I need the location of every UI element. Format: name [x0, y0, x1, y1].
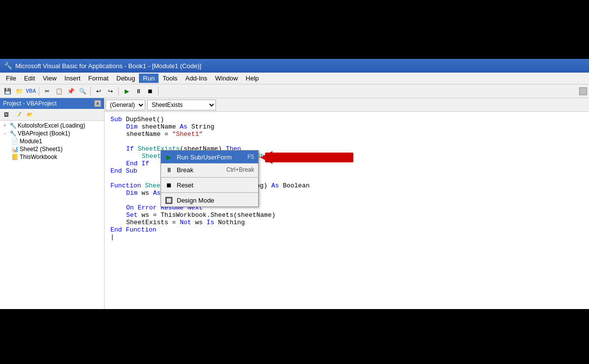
toolbar-cut[interactable]: ✂ [42, 86, 53, 97]
project-view-code[interactable]: 📝 [13, 109, 24, 120]
design-icon: 🔲 [165, 196, 173, 204]
tree-item-thisworkbook[interactable]: 📒 ThisWorkbook [1, 153, 103, 161]
separator-1 [39, 87, 39, 96]
menu-run-sub-userform[interactable]: ▶ Run Sub/UserForm F5 [161, 151, 258, 163]
tree-item-kutoolsforexcel[interactable]: + 🔧 KutoolsforExcel (Loading) [1, 122, 103, 130]
code-line-3: sheetName = "Sheet1" [110, 130, 583, 138]
menu-run[interactable]: Run [139, 74, 159, 83]
menu-help[interactable]: Help [242, 74, 263, 83]
separator-3 [118, 87, 119, 96]
project-folder[interactable]: 📂 [25, 109, 35, 120]
toolbar-redo[interactable]: ↪ [105, 86, 116, 97]
run-sub-icon: ▶ [165, 153, 173, 161]
project-panel-close[interactable]: × [94, 100, 101, 107]
workbook-icon: 📒 [11, 154, 19, 160]
reset-icon: ⏹ [165, 181, 173, 189]
menu-separator-2 [161, 192, 258, 193]
run-sub-shortcut: F5 [247, 154, 254, 160]
project-panel-header: Project - VBAProject × [0, 98, 104, 109]
arrow-annotation [260, 149, 368, 168]
toolbar-open[interactable]: 📁 [14, 86, 25, 97]
menu-bar: File Edit View Insert Format Debug Run T… [0, 73, 589, 84]
code-line-16: End Function [110, 226, 583, 234]
tree-label-vbaproject: VBAProject (Book1) [18, 130, 70, 137]
tree-item-sheet2[interactable]: 📊 Sheet2 (Sheet1) [1, 145, 103, 153]
menu-tools[interactable]: Tools [159, 74, 181, 83]
toolbar-copy[interactable]: 📋 [54, 86, 64, 97]
expand-icon-2: − [1, 130, 9, 137]
sheet-icon: 📊 [11, 146, 19, 153]
menu-addins[interactable]: Add-Ins [182, 74, 212, 83]
toolbar-break[interactable]: ⏸ [133, 86, 144, 97]
toolbar-vba[interactable]: VBA [26, 86, 36, 97]
vba-window: 🔧 Microsoft Visual Basic for Application… [0, 59, 589, 309]
code-line-4 [110, 138, 583, 145]
menu-design-mode[interactable]: 🔲 Design Mode [161, 194, 258, 207]
function-dropdown[interactable]: SheetExists [147, 100, 216, 110]
menu-file[interactable]: File [2, 74, 20, 83]
module-icon: 📄 [11, 138, 19, 145]
title-bar: 🔧 Microsoft Visual Basic for Application… [0, 59, 589, 73]
menu-break[interactable]: ⏸ Break Ctrl+Break [161, 163, 258, 176]
project-tree: + 🔧 KutoolsforExcel (Loading) − 🔧 VBAPro… [0, 121, 104, 309]
menu-window[interactable]: Window [211, 74, 241, 83]
break-icon: ⏸ [165, 166, 173, 174]
code-line-17: | [110, 234, 583, 241]
code-line-15: SheetExists = Not ws Is Nothing [110, 219, 583, 226]
project-panel-title: Project - VBAProject [3, 100, 56, 107]
toolbar-reset[interactable]: ⏹ [145, 86, 156, 97]
toolbar-find[interactable]: 🔍 [77, 86, 88, 97]
tree-label-thisworkbook: ThisWorkbook [20, 154, 57, 160]
reset-label: Reset [177, 182, 193, 189]
menu-debug[interactable]: Debug [112, 74, 139, 83]
toolbar-undo[interactable]: ↩ [93, 86, 104, 97]
code-line-1: Sub DupSheet() [110, 116, 583, 123]
tree-item-vbaproject[interactable]: − 🔧 VBAProject (Book1) [1, 130, 103, 137]
code-toolbar: (General) SheetExists [105, 98, 589, 112]
break-shortcut: Ctrl+Break [226, 166, 254, 173]
code-line-2: Dim sheetName As String [110, 123, 583, 130]
menu-insert[interactable]: Insert [60, 74, 84, 83]
toolbar-paste[interactable]: 📌 [65, 86, 76, 97]
toolbar-scroll[interactable] [579, 87, 587, 95]
code-line-14: Set ws = ThisWorkbook.Sheets(sheetName) [110, 211, 583, 219]
expand-icon: + [1, 122, 9, 129]
separator-2 [90, 87, 91, 96]
arrow-svg [260, 149, 368, 166]
design-label: Design Mode [177, 197, 214, 204]
vbaproject-icon: 🔧 [9, 130, 17, 137]
tree-label-sheet2: Sheet2 (Sheet1) [20, 146, 62, 153]
tree-label-module1: Module1 [20, 138, 42, 145]
general-dropdown[interactable]: (General) [106, 100, 145, 110]
menu-view[interactable]: View [39, 74, 60, 83]
project-icon: 🔧 [9, 122, 17, 129]
project-view-object[interactable]: 🖼 [1, 109, 12, 120]
break-label: Break [177, 166, 193, 174]
window-title: Microsoft Visual Basic for Applications … [15, 62, 201, 70]
menu-edit[interactable]: Edit [20, 74, 39, 83]
menu-separator [161, 177, 258, 178]
tree-item-module1[interactable]: 📄 Module1 [1, 137, 103, 145]
run-sub-label: Run Sub/UserForm [177, 154, 232, 161]
vba-icon: 🔧 [4, 62, 12, 70]
separator-4 [158, 87, 159, 96]
menu-reset[interactable]: ⏹ Reset [161, 179, 258, 191]
project-toolbar: 🖼 📝 📂 [0, 109, 104, 121]
toolbar-save[interactable]: 💾 [2, 86, 13, 97]
main-area: Project - VBAProject × 🖼 📝 📂 + 🔧 Kutools… [0, 98, 589, 309]
svg-rect-1 [265, 153, 353, 162]
code-content[interactable]: Sub DupSheet() Dim sheetName As String s… [105, 112, 589, 309]
main-toolbar: 💾 📁 VBA ✂ 📋 📌 🔍 ↩ ↪ ▶ ⏸ ⏹ [0, 84, 589, 98]
menu-format[interactable]: Format [84, 74, 112, 83]
run-dropdown-menu: ▶ Run Sub/UserForm F5 ⏸ Break Ctrl+Break… [161, 150, 259, 207]
tree-label-kutoolsforexcel: KutoolsforExcel (Loading) [18, 122, 85, 129]
project-panel: Project - VBAProject × 🖼 📝 📂 + 🔧 Kutools… [0, 98, 105, 309]
toolbar-run[interactable]: ▶ [121, 86, 132, 97]
